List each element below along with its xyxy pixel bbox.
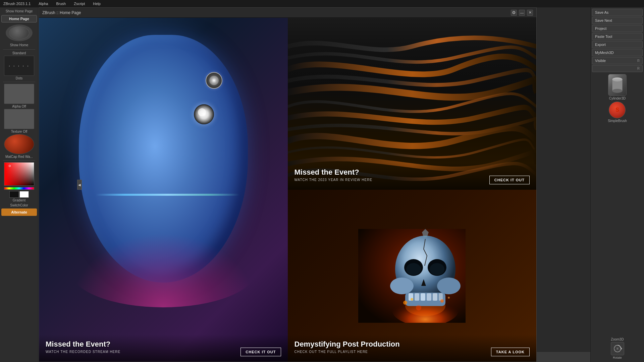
rotate-button[interactable] [611,342,624,355]
svg-rect-13 [421,293,425,301]
save-next-button[interactable]: Save Next [592,17,643,24]
menu-zscript[interactable]: Zscript [72,1,86,6]
rotate-label: Rotate [613,356,622,359]
dialog-settings-button[interactable]: ⚙ [511,10,517,16]
face-ring [70,233,256,307]
bottom-right-panel: Demystifying Post Production CHECK OUT T… [288,190,537,362]
menu-help[interactable]: Help [92,1,102,6]
hero-panel: Missed the Event? WATCH THE RECORDED STR… [39,18,288,362]
face-mech [206,72,222,89]
svg-point-21 [416,305,421,310]
color-cursor [9,165,11,167]
dialog-title: ZBrush :: Home Page [42,10,81,15]
center-area: ◀ ZBrush :: Home Page ⚙ — ✕ [39,7,590,362]
cylinder-icon [611,77,623,94]
texture-preview[interactable] [4,109,34,129]
face-head [79,35,248,283]
face-glasses [96,194,239,196]
paste-tool-button[interactable]: Paste Tool [592,33,643,40]
left-arrow-icon: ◀ [78,183,81,187]
color-swatches [9,191,29,198]
svg-point-18 [411,298,413,301]
hue-strip[interactable] [4,187,34,190]
texture-label: Texture Off [11,130,28,133]
show-home-label: Show Home [1,43,37,47]
svg-point-9 [430,263,444,275]
show-home-toggle-inner [9,26,29,40]
project-button[interactable]: Project [592,25,643,32]
export-button[interactable]: Export [592,41,643,48]
color-picker[interactable] [4,162,34,186]
menu-alpha[interactable]: Alpha [37,1,49,6]
left-sidebar: Show Home Page Home Page Show Home Stand… [0,7,39,362]
cylinder3d-label: Cylinder3D [609,97,626,100]
system-topbar: ZBrush 2023.1.1 Alpha Brush Zscript Help [0,0,644,7]
cylinder3d-preview [608,74,627,96]
bottom-right-cta-button[interactable]: TAKE A LOOK [491,348,530,356]
simplebrush-icon: S [615,107,619,113]
sidebar-divider-2 [3,82,35,82]
swatch-white[interactable] [19,191,29,198]
right-sidebar: Save As Save Next Project Paste Tool Exp… [590,7,644,362]
swatch-black[interactable] [9,191,19,198]
svg-point-4 [390,278,414,294]
home-page-button[interactable]: Home Page [1,15,37,22]
cylinder3d-tool[interactable]: Cylinder3D [608,74,627,100]
dialog-controls: ⚙ — ✕ [511,10,533,16]
app-title: ZBrush 2023.1.1 [2,1,32,6]
dialog-close-button[interactable]: ✕ [527,10,533,16]
shortcut-r-button[interactable]: R [592,65,643,72]
my-mesh3d-button[interactable]: MyMesh3D [592,49,643,56]
main-layout: Show Home Page Home Page Show Home Stand… [0,7,644,362]
matcap-label: MatCap Red Wa... [4,155,34,159]
matcap-preview[interactable] [4,134,34,154]
svg-point-28 [616,348,619,350]
alpha-preview[interactable] [4,84,34,104]
rotate-icon [613,344,622,353]
zoom3d-label: Zoom3D [611,338,624,341]
dots-preview[interactable] [4,56,34,76]
face-eye [194,104,214,124]
gradient-label: Gradient [13,198,25,202]
svg-point-20 [448,297,450,299]
svg-point-24 [612,89,623,93]
show-home-toggle[interactable] [6,24,33,41]
visible-button[interactable]: Visible R [592,57,643,64]
save-as-button[interactable]: Save As [592,9,643,16]
svg-point-5 [437,278,461,294]
alpha-label: Alpha Off [12,105,26,108]
svg-point-19 [440,299,444,303]
character-face [64,35,263,310]
svg-marker-27 [621,347,622,350]
skull-svg [358,229,466,323]
svg-rect-15 [433,293,437,301]
simplebrush-label: SimpleBrush [608,119,627,123]
dialog-content: Missed the Event? WATCH THE RECORDED STR… [39,18,536,362]
standard-label: Standard [12,51,26,55]
dialog-minimize-button[interactable]: — [519,10,525,16]
simplebrush-preview: S [609,102,626,118]
svg-rect-14 [427,293,431,301]
dots-label: Dots [16,76,23,80]
alternate-button[interactable]: Alternate [1,208,37,216]
show-home-page-label: Show Home Page [1,9,37,13]
home-dialog: ZBrush :: Home Page ⚙ — ✕ [39,7,537,362]
sidebar-divider-3 [3,160,35,161]
svg-point-8 [406,263,421,275]
tool-preview-area: Cylinder3D S SimpleBrush [592,74,643,123]
sidebar-divider-1 [3,49,35,50]
menu-brush[interactable]: Brush [55,1,67,6]
svg-rect-12 [415,293,419,301]
top-right-cta-button[interactable]: CHECK IT OUT [489,176,530,184]
svg-point-25 [612,77,623,81]
dialog-titlebar: ZBrush :: Home Page ⚙ — ✕ [39,8,536,18]
switchcolor-label: SwitchColor [1,203,37,207]
top-right-panel: Missed the Event? WATCH THE 2023 YEAR IN… [288,18,537,190]
left-arrow-tab[interactable]: ◀ [77,180,82,190]
svg-point-17 [403,301,407,305]
zoom3d-area: Zoom3D Rotate [592,336,643,361]
hero-cta-button[interactable]: CHECK IT OUT [240,348,281,356]
simplebrush-tool[interactable]: S SimpleBrush [608,102,627,123]
